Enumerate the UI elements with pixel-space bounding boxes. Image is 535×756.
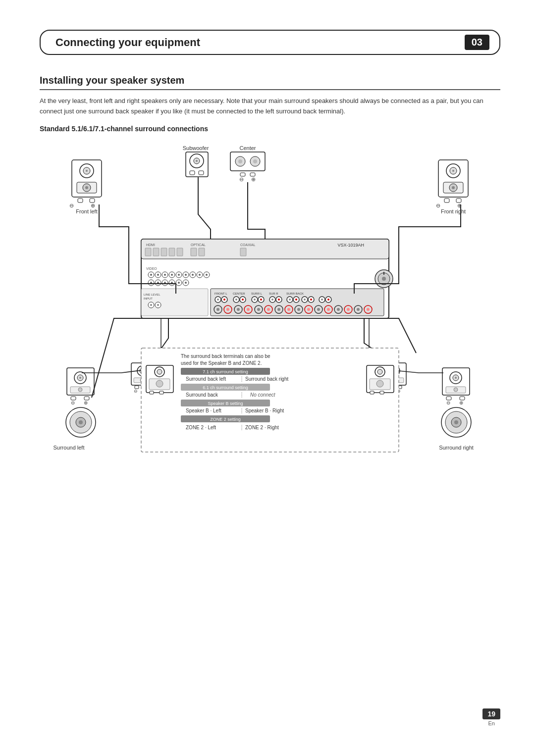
svg-point-3 bbox=[86, 170, 88, 172]
svg-point-190 bbox=[454, 420, 458, 424]
svg-point-60 bbox=[164, 274, 166, 276]
svg-point-161 bbox=[382, 277, 386, 281]
svg-point-118 bbox=[327, 299, 329, 301]
svg-rect-20 bbox=[456, 199, 461, 202]
svg-point-180 bbox=[455, 377, 457, 379]
svg-point-18 bbox=[452, 186, 455, 189]
svg-point-157 bbox=[157, 304, 159, 306]
svg-text:Surround back: Surround back bbox=[186, 392, 218, 398]
svg-text:HDMI: HDMI bbox=[146, 243, 155, 247]
svg-text:⊖: ⊖ bbox=[71, 400, 75, 405]
header-bar: Connecting your equipment 03 bbox=[40, 30, 500, 55]
svg-text:VIDEO: VIDEO bbox=[146, 267, 157, 270]
svg-point-15 bbox=[452, 170, 454, 172]
svg-point-168 bbox=[78, 388, 82, 392]
svg-text:6.1 ch surround setting: 6.1 ch surround setting bbox=[203, 385, 248, 390]
svg-text:Speaker B · Left: Speaker B · Left bbox=[186, 408, 221, 413]
svg-text:⊖: ⊖ bbox=[239, 176, 244, 182]
receiver-unit: HDMI OPTICAL COAXIAL VIDEO bbox=[141, 239, 393, 318]
front-right-speaker: ⊖ ⊕ Front right bbox=[436, 160, 468, 214]
svg-point-104 bbox=[271, 299, 273, 301]
svg-point-94 bbox=[223, 299, 225, 301]
svg-point-176 bbox=[79, 420, 83, 424]
settings-box: The surround back terminals can also be … bbox=[141, 348, 399, 452]
surround-right-speaker: ⊖ ⊕ bbox=[442, 368, 470, 405]
svg-rect-29 bbox=[190, 171, 195, 175]
svg-text:SURR L: SURR L bbox=[251, 292, 263, 295]
svg-text:SUR R: SUR R bbox=[269, 292, 278, 295]
svg-text:Speaker B setting: Speaker B setting bbox=[208, 401, 243, 406]
svg-text:Surround back right: Surround back right bbox=[245, 376, 288, 382]
svg-text:⊖: ⊖ bbox=[69, 202, 74, 208]
svg-rect-246 bbox=[370, 391, 374, 394]
svg-rect-211 bbox=[141, 348, 399, 452]
svg-rect-45 bbox=[153, 248, 159, 256]
page-title: Connecting your equipment bbox=[55, 36, 200, 49]
svg-text:Surround back left: Surround back left bbox=[186, 376, 226, 382]
svg-point-98 bbox=[242, 299, 244, 301]
svg-point-96 bbox=[235, 299, 237, 301]
svg-text:⊕: ⊕ bbox=[459, 400, 463, 405]
svg-rect-240 bbox=[160, 391, 163, 394]
svg-point-150 bbox=[367, 308, 370, 311]
svg-text:VSX-1019AH: VSX-1019AH bbox=[337, 243, 364, 248]
svg-point-245 bbox=[376, 380, 383, 387]
chapter-number: 03 bbox=[465, 35, 489, 50]
svg-point-243 bbox=[377, 369, 382, 374]
svg-text:ZONE 2 · Right: ZONE 2 · Right bbox=[245, 425, 279, 430]
svg-rect-183 bbox=[446, 397, 451, 400]
svg-point-130 bbox=[267, 308, 270, 311]
svg-point-64 bbox=[178, 274, 180, 276]
svg-rect-48 bbox=[177, 248, 183, 256]
svg-point-112 bbox=[304, 299, 306, 301]
svg-point-110 bbox=[295, 299, 297, 301]
svg-text:Subwoofer: Subwoofer bbox=[183, 145, 209, 151]
svg-point-182 bbox=[454, 388, 458, 392]
svg-text:No connect: No connect bbox=[250, 392, 276, 398]
svg-text:FRONT L: FRONT L bbox=[214, 292, 227, 295]
svg-text:used for the Speaker B and ZON: used for the Speaker B and ZONE 2. bbox=[181, 360, 262, 366]
svg-point-92 bbox=[217, 299, 219, 301]
svg-rect-7 bbox=[78, 199, 83, 202]
svg-text:┊: ┊ bbox=[240, 408, 243, 413]
svg-text:SURR BACK: SURR BACK bbox=[286, 292, 304, 295]
svg-point-72 bbox=[206, 274, 208, 276]
page-wrapper: Connecting your equipment 03 Installing … bbox=[0, 0, 535, 756]
surround-left-speaker: ⊖ ⊕ bbox=[67, 368, 94, 405]
svg-point-62 bbox=[171, 274, 173, 276]
svg-point-155 bbox=[150, 304, 152, 306]
svg-point-36 bbox=[253, 159, 257, 163]
svg-point-128 bbox=[257, 308, 260, 311]
svg-point-142 bbox=[327, 308, 330, 311]
svg-text:Front right: Front right bbox=[441, 208, 466, 214]
svg-point-34 bbox=[238, 159, 242, 163]
svg-rect-37 bbox=[240, 173, 245, 176]
svg-point-70 bbox=[199, 274, 201, 276]
svg-text:ZONE 2 setting: ZONE 2 setting bbox=[210, 417, 241, 422]
svg-rect-19 bbox=[444, 199, 449, 202]
svg-rect-50 bbox=[191, 248, 197, 256]
svg-point-66 bbox=[185, 274, 187, 276]
page-number-box: 19 En bbox=[482, 708, 500, 726]
svg-point-6 bbox=[85, 186, 88, 189]
svg-text:COAXIAL: COAXIAL bbox=[240, 243, 255, 247]
front-left-speaker: ⊖ ⊕ Front left bbox=[69, 160, 102, 214]
svg-point-236 bbox=[157, 369, 162, 374]
speaker-diagram: ⊖ ⊕ Front left ⊖ ⊕ Front right bbox=[40, 140, 500, 476]
svg-point-132 bbox=[277, 308, 280, 311]
svg-rect-30 bbox=[199, 171, 204, 175]
svg-point-134 bbox=[287, 308, 290, 311]
surround-right-label: Surround right bbox=[439, 445, 474, 451]
svg-rect-184 bbox=[460, 397, 465, 400]
section-intro: At the very least, front left and right … bbox=[40, 96, 500, 117]
svg-rect-53 bbox=[240, 248, 246, 256]
svg-text:Front left: Front left bbox=[76, 208, 97, 214]
svg-text:LINE LEVEL: LINE LEVEL bbox=[144, 293, 160, 296]
svg-rect-46 bbox=[161, 248, 167, 256]
svg-text:⊖: ⊖ bbox=[436, 202, 440, 208]
svg-point-124 bbox=[237, 308, 240, 311]
svg-rect-47 bbox=[169, 248, 175, 256]
svg-text:ZONE 2 · Left: ZONE 2 · Left bbox=[186, 425, 216, 430]
svg-text:⊕: ⊕ bbox=[84, 400, 88, 405]
svg-rect-247 bbox=[380, 391, 384, 394]
